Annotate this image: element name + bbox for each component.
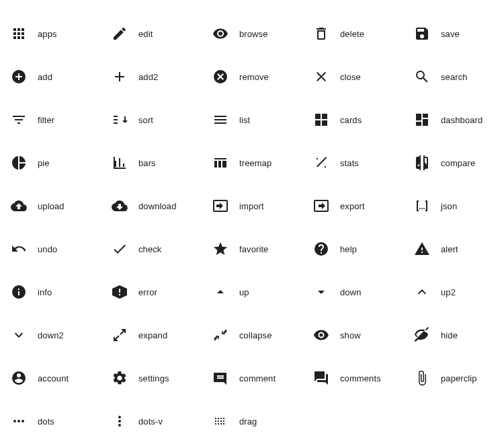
icon-entry-export: export	[308, 184, 409, 227]
icon-entry-pie: pie	[5, 141, 106, 184]
icon-label: sort	[138, 115, 153, 125]
icon-entry-dots-v: dots-v	[106, 400, 207, 442]
icon-entry-alert: alert	[409, 227, 504, 270]
icon-label: close	[340, 72, 361, 82]
icon-label: save	[441, 29, 460, 39]
icon-label: down2	[38, 330, 64, 340]
dots-v-icon	[112, 413, 128, 429]
icon-label: add	[38, 72, 52, 82]
check-icon	[112, 241, 128, 257]
list-icon	[212, 112, 228, 128]
import-icon	[212, 198, 228, 214]
dots-icon	[11, 413, 27, 429]
edit-icon	[112, 26, 128, 42]
icon-label: paperclip	[441, 373, 477, 383]
paperclip-icon	[414, 370, 430, 386]
add2-icon	[112, 69, 128, 85]
icon-label: hide	[441, 330, 458, 340]
icon-label: comment	[239, 373, 276, 383]
pie-icon	[11, 155, 27, 171]
show-icon	[313, 327, 329, 343]
add-icon	[11, 69, 27, 85]
cards-icon	[313, 112, 329, 128]
icon-entry-down: down	[308, 270, 409, 314]
icon-entry-undo: undo	[5, 227, 106, 270]
icon-entry-expand: expand	[106, 314, 207, 357]
icon-entry-error: error	[106, 270, 207, 314]
dashboard-icon	[414, 112, 430, 128]
icon-entry-treemap: treemap	[207, 141, 308, 184]
icon-label: dots-v	[138, 416, 163, 427]
icon-entry-add: add	[5, 55, 106, 98]
icon-label: undo	[38, 244, 57, 254]
icon-entry-search: search	[409, 55, 504, 98]
icon-label: upload	[38, 201, 65, 211]
delete-icon	[313, 26, 329, 42]
icon-label: dots	[38, 416, 54, 427]
icon-label: info	[38, 287, 52, 297]
icon-entry-up: up	[207, 270, 308, 314]
icon-label: apps	[38, 29, 57, 39]
icon-entry-delete: delete	[308, 12, 409, 55]
icon-label: cards	[340, 115, 362, 125]
icon-entry-upload: upload	[5, 184, 106, 227]
icon-entry-stats: stats	[308, 141, 409, 184]
help-icon	[313, 241, 329, 257]
account-icon	[11, 370, 27, 386]
icon-label: help	[340, 244, 357, 254]
icon-label: down	[340, 287, 361, 297]
icon-label: drag	[239, 416, 257, 427]
icon-entry-comment: comment	[207, 357, 308, 400]
remove-icon	[212, 69, 228, 85]
icon-entry-remove: remove	[207, 55, 308, 98]
icon-entry-sort: sort	[106, 98, 207, 141]
icon-label: favorite	[239, 244, 268, 254]
icon-entry-add2: add2	[106, 55, 207, 98]
treemap-icon	[212, 155, 228, 171]
icon-label: show	[340, 330, 361, 340]
sort-icon	[112, 112, 128, 128]
icon-entry-filter: filter	[5, 98, 106, 141]
icon-entry-bars: bars	[106, 141, 207, 184]
icon-label: settings	[138, 373, 169, 383]
download-icon	[112, 198, 128, 214]
icon-entry-account: account	[5, 357, 106, 400]
icon-entry-hide: hide	[409, 314, 504, 357]
export-icon	[313, 198, 329, 214]
up-icon	[212, 284, 228, 300]
browse-icon	[212, 26, 228, 42]
up2-icon	[414, 284, 430, 300]
comments-icon	[313, 370, 329, 386]
icon-entry-comments: comments	[308, 357, 409, 400]
favorite-icon	[212, 241, 228, 257]
icon-entry-dashboard: dashboard	[409, 98, 504, 141]
icon-entry-drag: drag	[207, 400, 308, 442]
icon-label: alert	[441, 244, 458, 254]
icon-entry-favorite: favorite	[207, 227, 308, 270]
undo-icon	[11, 241, 27, 257]
icon-label: add2	[138, 72, 158, 82]
icon-label: remove	[239, 72, 269, 82]
icon-label: comments	[340, 373, 381, 383]
compare-icon	[414, 155, 430, 171]
search-icon	[414, 69, 430, 85]
icon-label: download	[138, 201, 176, 211]
icon-entry-down2: down2	[5, 314, 106, 357]
icon-label: account	[38, 373, 69, 383]
icon-entry-show: show	[308, 314, 409, 357]
icon-label: import	[239, 201, 264, 211]
icon-entry-json: json	[409, 184, 504, 227]
icon-entry-save: save	[409, 12, 504, 55]
icon-label: bars	[138, 158, 156, 168]
icon-entry-list: list	[207, 98, 308, 141]
icon-label: export	[340, 201, 365, 211]
icon-entry-edit: edit	[106, 12, 207, 55]
icon-label: error	[138, 287, 157, 297]
apps-icon	[11, 26, 27, 42]
bars-icon	[112, 155, 128, 171]
expand-icon	[112, 327, 128, 343]
icon-entry-collapse: collapse	[207, 314, 308, 357]
icon-entry-browse: browse	[207, 12, 308, 55]
icon-label: up	[239, 287, 249, 297]
icon-label: edit	[138, 29, 153, 39]
